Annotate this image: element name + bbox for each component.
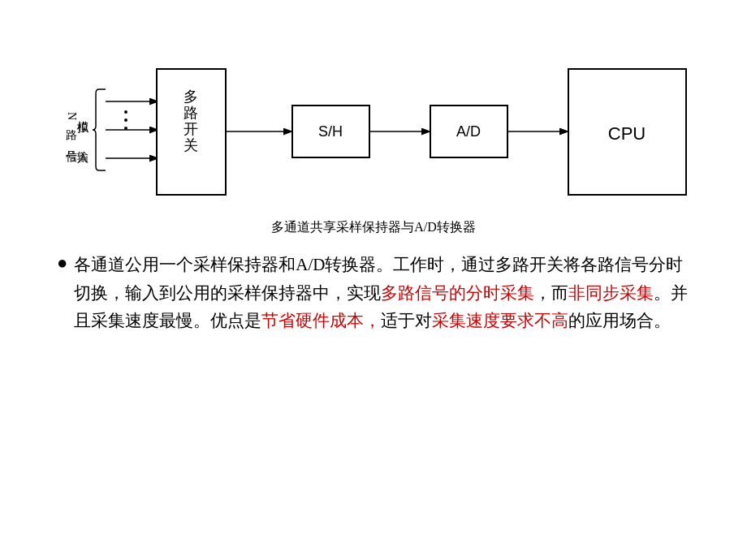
svg-text:信号: 信号 <box>66 151 77 162</box>
highlight-4: 采集速度要求不高 <box>432 311 568 330</box>
bullet-text: 各通道公用一个采样保持器和A/D转换器。工作时，通过多路开关将各路信号分时切换，… <box>74 251 690 335</box>
svg-text:N路: N路 <box>66 112 78 140</box>
svg-point-9 <box>124 127 127 130</box>
bullet-section: ● 各通道公用一个采样保持器和A/D转换器。工作时，通过多路开关将各路信号分时切… <box>32 251 715 335</box>
diagram-svg: N路 模拟 信号 输入 多 路 开 关 <box>41 24 706 211</box>
highlight-3: 节省硬件成本， <box>261 311 381 330</box>
svg-text:开: 开 <box>184 121 198 137</box>
highlight-2: 非同步采集 <box>568 283 654 303</box>
diagram-caption: 多通道共享采样保持器与A/D转换器 <box>271 219 476 236</box>
page-container: N路 模拟 信号 输入 多 路 开 关 <box>0 0 747 560</box>
svg-text:输入: 输入 <box>77 151 89 164</box>
svg-text:模拟: 模拟 <box>76 121 89 133</box>
svg-text:CPU: CPU <box>608 123 646 144</box>
svg-text:路: 路 <box>184 105 198 121</box>
svg-point-7 <box>124 110 127 114</box>
svg-text:多: 多 <box>184 88 198 105</box>
highlight-1: 多路信号的分时采集 <box>381 283 534 303</box>
svg-text:A/D: A/D <box>456 123 481 140</box>
svg-text:关: 关 <box>184 137 198 153</box>
svg-point-8 <box>124 118 127 122</box>
svg-text:S/H: S/H <box>318 123 343 140</box>
diagram-area: N路 模拟 信号 输入 多 路 开 关 <box>32 24 715 211</box>
bullet-dot: ● <box>57 252 67 274</box>
